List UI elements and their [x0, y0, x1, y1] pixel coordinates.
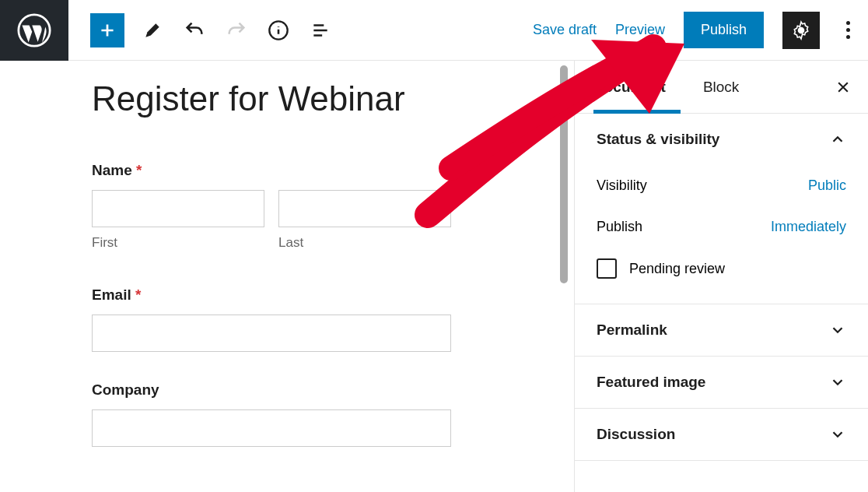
last-name-input[interactable]	[278, 190, 451, 227]
chevron-down-icon	[829, 322, 846, 339]
email-field: Email *	[92, 286, 574, 352]
main-area: Register for Webinar Name * First Last E…	[0, 61, 868, 492]
toolbar-left	[68, 13, 334, 47]
chevron-up-icon	[829, 131, 846, 148]
last-name-sublabel: Last	[278, 235, 451, 251]
more-options-button[interactable]	[838, 21, 857, 39]
settings-sidebar: Document Block Status & visibility Visib…	[574, 61, 868, 492]
email-input[interactable]	[92, 315, 451, 352]
chevron-down-icon	[829, 374, 846, 391]
visibility-label: Visibility	[597, 177, 647, 194]
panel-discussion: Discussion	[575, 409, 868, 461]
panel-status-visibility: Status & visibility Visibility Public Pu…	[575, 114, 868, 304]
toolbar-right: Save draft Preview Publish	[533, 12, 868, 49]
tab-document[interactable]: Document	[575, 79, 684, 96]
required-indicator: *	[136, 162, 142, 178]
email-label: Email *	[92, 286, 574, 304]
gear-icon	[791, 20, 811, 40]
close-icon	[835, 79, 851, 95]
wordpress-logo[interactable]	[0, 0, 68, 61]
add-block-button[interactable]	[90, 13, 124, 47]
company-input[interactable]	[92, 409, 451, 447]
name-label: Name *	[92, 162, 574, 179]
preview-button[interactable]: Preview	[615, 22, 665, 38]
redo-icon	[222, 16, 250, 44]
panel-permalink-header[interactable]: Permalink	[575, 304, 868, 356]
name-field: Name * First Last	[92, 162, 574, 251]
first-name-input[interactable]	[92, 190, 264, 227]
settings-button[interactable]	[782, 12, 820, 49]
publish-button[interactable]: Publish	[684, 12, 764, 48]
panel-featured-header[interactable]: Featured image	[575, 357, 868, 408]
panel-status-header[interactable]: Status & visibility	[575, 114, 868, 165]
close-sidebar-button[interactable]	[832, 76, 854, 98]
edit-mode-icon[interactable]	[138, 16, 166, 44]
save-draft-button[interactable]: Save draft	[533, 22, 597, 38]
company-field: Company	[92, 381, 574, 447]
visibility-value[interactable]: Public	[808, 177, 846, 194]
publish-value[interactable]: Immediately	[771, 219, 846, 235]
panel-featured-image: Featured image	[575, 357, 868, 409]
pending-review-checkbox[interactable]	[597, 258, 617, 279]
editor-canvas: Register for Webinar Name * First Last E…	[0, 61, 574, 492]
first-name-sublabel: First	[92, 235, 264, 251]
panel-permalink: Permalink	[575, 304, 868, 357]
publish-row: Publish Immediately	[597, 206, 846, 248]
editor-topbar: Save draft Preview Publish	[0, 0, 868, 61]
info-icon[interactable]	[264, 16, 292, 44]
visibility-row: Visibility Public	[597, 165, 846, 206]
panel-discussion-header[interactable]: Discussion	[575, 409, 868, 460]
publish-label: Publish	[597, 219, 642, 235]
chevron-down-icon	[829, 426, 846, 443]
company-label: Company	[92, 381, 574, 399]
pending-review-row[interactable]: Pending review	[597, 248, 846, 285]
tab-block[interactable]: Block	[684, 79, 758, 96]
page-title[interactable]: Register for Webinar	[92, 79, 574, 118]
required-indicator: *	[135, 286, 141, 303]
editor-scrollbar[interactable]	[560, 65, 568, 283]
pending-review-label: Pending review	[629, 261, 725, 277]
outline-icon[interactable]	[306, 16, 334, 44]
sidebar-tabs: Document Block	[575, 61, 868, 114]
undo-icon[interactable]	[180, 16, 208, 44]
